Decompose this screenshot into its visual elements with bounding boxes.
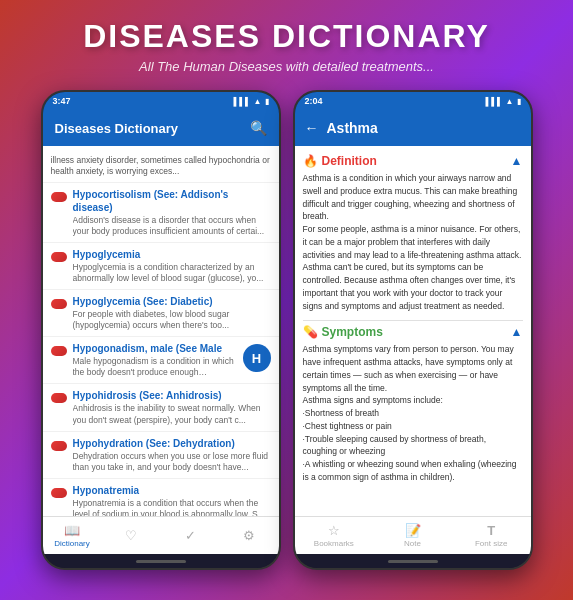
note-icon: 📝 [405,523,421,538]
tab-settings[interactable]: ⚙ [220,528,279,543]
tab-bar-right: ☆ Bookmarks 📝 Note T Font size [295,516,531,554]
symptoms-title: 💊 Symptoms [303,325,383,339]
list-item[interactable]: Hypohydration (See: Dehydration) Dehydra… [43,432,279,479]
list-item[interactable]: Hypohidrosis (See: Anhidrosis) Anhidrosi… [43,384,279,431]
disease-name: Hyponatremia [73,484,271,497]
app-subtitle: All The Human Diseases with detailed tre… [10,59,563,74]
pill-icon-sym: 💊 [303,325,318,339]
status-bar-left: 3:47 ▌▌▌ ▲ ▮ [43,92,279,110]
disease-name: Hypohidrosis (See: Anhidrosis) [73,389,271,402]
status-time-right: 2:04 [305,96,323,106]
fontsize-icon: T [487,523,495,538]
tab-dictionary[interactable]: 📖 Dictionary [43,523,102,548]
disease-name: Hypogonadism, male (See Male [73,342,237,355]
tab-dictionary-label: Dictionary [54,539,90,548]
status-icons-left: ▌▌▌ ▲ ▮ [234,97,269,106]
signal-icon: ▌▌▌ [234,97,251,106]
avatar-h: H [243,344,271,372]
tab-favorites[interactable]: ♡ [102,528,161,543]
disease-name: Hypoglycemia [73,248,271,261]
collapse-definition-button[interactable]: ▲ [511,154,523,168]
disease-desc: For people with diabetes, low blood suga… [73,309,271,331]
disease-text: Hyponatremia Hyponatremia is a condition… [73,484,271,516]
disease-name: Hypohydration (See: Dehydration) [73,437,271,450]
nav-title-left: Diseases Dictionary [55,121,179,136]
disease-name: Hypocortisolism (See: Addison's disease) [73,188,271,214]
bookmark-icon: ☆ [328,523,340,538]
battery-icon: ▮ [265,97,269,106]
back-icon[interactable]: ← [305,120,319,136]
list-item[interactable]: Hyponatremia Hyponatremia is a condition… [43,479,279,516]
article-content: 🔥 Definition ▲ Asthma is a condition in … [295,146,531,516]
tab-bookmarks[interactable]: ☆ Bookmarks [295,523,374,548]
pill-icon [51,441,67,451]
first-list-item[interactable]: illness anxiety disorder, sometimes call… [43,150,279,183]
dictionary-icon: 📖 [64,523,80,538]
definition-header: 🔥 Definition ▲ [303,154,523,168]
disease-desc: Male hypogonadism is a condition in whic… [73,356,237,378]
collapse-symptoms-button[interactable]: ▲ [511,325,523,339]
tab-note[interactable]: 📝 Note [373,523,452,548]
pill-icon [51,393,67,403]
tab-fontsize-label: Font size [475,539,507,548]
disease-name: Hypoglycemia (See: Diabetic) [73,295,271,308]
pill-icon [51,488,67,498]
home-bar [136,560,186,563]
status-icons-right: ▌▌▌ ▲ ▮ [486,97,521,106]
list-item[interactable]: Hypocortisolism (See: Addison's disease)… [43,183,279,243]
fire-icon: 🔥 [303,154,318,168]
definition-text: Asthma is a condition in which your airw… [303,172,523,312]
phones-container: 3:47 ▌▌▌ ▲ ▮ Diseases Dictionary 🔍 illne… [27,82,547,600]
disease-text: Hypohydration (See: Dehydration) Dehydra… [73,437,271,473]
tab-bookmarks-label: Bookmarks [314,539,354,548]
disease-desc: Anhidrosis is the inability to sweat nor… [73,403,271,425]
check-icon: ✓ [185,528,196,543]
symptoms-text: Asthma symptoms vary from person to pers… [303,343,523,483]
home-indicator-right [295,554,531,568]
status-time-left: 3:47 [53,96,71,106]
app-header: DISEASES DICTIONARY All The Human Diseas… [0,0,573,82]
signal-icon-r: ▌▌▌ [486,97,503,106]
definition-title: 🔥 Definition [303,154,377,168]
nav-bar-left: Diseases Dictionary 🔍 [43,110,279,146]
disease-desc: Hypoglycemia is a condition characterize… [73,262,271,284]
pill-icon [51,346,67,356]
search-icon-left[interactable]: 🔍 [250,120,267,136]
disease-list-container: illness anxiety disorder, sometimes call… [43,146,279,516]
section-divider [303,320,523,321]
tab-bar-left: 📖 Dictionary ♡ ✓ ⚙ [43,516,279,554]
disease-text: Hypohidrosis (See: Anhidrosis) Anhidrosi… [73,389,271,425]
status-bar-right: 2:04 ▌▌▌ ▲ ▮ [295,92,531,110]
home-indicator-left [43,554,279,568]
heart-icon: ♡ [125,528,137,543]
disease-desc: Addison's disease is a disorder that occ… [73,215,271,237]
disease-text: Hypoglycemia Hypoglycemia is a condition… [73,248,271,284]
wifi-icon: ▲ [254,97,262,106]
disease-text: Hypoglycemia (See: Diabetic) For people … [73,295,271,331]
pill-icon [51,252,67,262]
wifi-icon-r: ▲ [506,97,514,106]
phone-right: 2:04 ▌▌▌ ▲ ▮ ← Asthma 🔥 Definition ▲ Ast… [293,90,533,570]
home-bar-r [388,560,438,563]
battery-icon-r: ▮ [517,97,521,106]
tab-fontsize[interactable]: T Font size [452,523,531,548]
disease-text: Hypocortisolism (See: Addison's disease)… [73,188,271,237]
phone-left: 3:47 ▌▌▌ ▲ ▮ Diseases Dictionary 🔍 illne… [41,90,281,570]
nav-title-right: Asthma [327,120,378,136]
disease-desc: Hyponatremia is a condition that occurs … [73,498,271,516]
pill-icon [51,192,67,202]
tab-note-label: Note [404,539,421,548]
disease-list: illness anxiety disorder, sometimes call… [43,146,279,516]
pill-icon [51,299,67,309]
nav-bar-right: ← Asthma [295,110,531,146]
disease-text: Hypogonadism, male (See Male Male hypogo… [73,342,237,378]
disease-desc: Dehydration occurs when you use or lose … [73,451,271,473]
list-item[interactable]: Hypoglycemia (See: Diabetic) For people … [43,290,279,337]
settings-icon: ⚙ [243,528,255,543]
tab-check[interactable]: ✓ [161,528,220,543]
app-title: DISEASES DICTIONARY [10,18,563,55]
list-item[interactable]: Hypoglycemia Hypoglycemia is a condition… [43,243,279,290]
symptoms-header: 💊 Symptoms ▲ [303,325,523,339]
list-item[interactable]: Hypogonadism, male (See Male Male hypogo… [43,337,279,384]
